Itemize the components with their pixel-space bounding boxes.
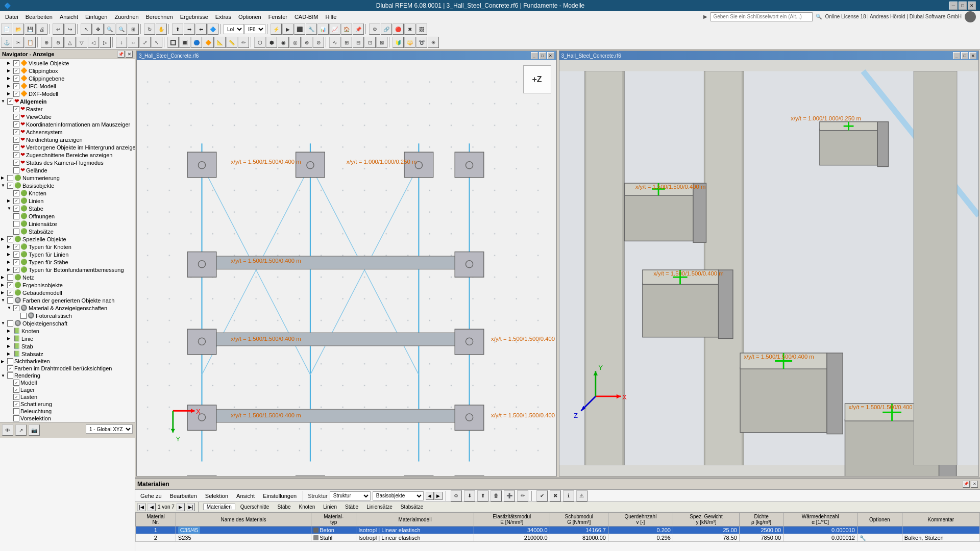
checkbox-gebaeudemodell[interactable]: [7, 290, 13, 296]
tb2-30[interactable]: ⊡: [364, 37, 376, 48]
nav-objekt-eigen[interactable]: ▼ 🔘 Objekteigenschaft: [0, 319, 135, 327]
nav-zugeschnittene[interactable]: ❤ Zugeschnittene Bereiche anzeigen: [0, 151, 135, 159]
tb2-12[interactable]: ⤢: [139, 37, 151, 48]
tb-move[interactable]: ✥: [92, 23, 104, 35]
checkbox-staebe[interactable]: [13, 206, 19, 212]
checkbox-ifc[interactable]: [13, 83, 19, 89]
menu-datei[interactable]: Datei: [2, 13, 21, 21]
viewport-3d-controls[interactable]: _ □ ✕: [953, 52, 976, 59]
table-row[interactable]: 1 C35/45 Beton Isotropl | Linear elasti: [136, 527, 980, 534]
viewport-top-canvas[interactable]: x/y/t = 1.500/1.500/0.400 m x/y/t = 1.00…: [137, 60, 556, 476]
tb-btn-e[interactable]: 📊: [317, 23, 329, 35]
bottom-menu-selektion[interactable]: Selektion: [202, 492, 231, 500]
tb-edit-btn[interactable]: ✏: [517, 490, 528, 502]
nav-obj-stabsatz[interactable]: ▶ 📗 Stabsatz: [0, 350, 135, 358]
tb-side-view[interactable]: ⬅: [195, 23, 207, 35]
lol-dropdown[interactable]: Lol: [224, 24, 244, 34]
tb-import-btn[interactable]: ⬇: [464, 490, 475, 502]
tb-print[interactable]: 🖨: [36, 23, 47, 35]
checkbox-sichtbarkeiten[interactable]: [7, 358, 13, 364]
tb-save[interactable]: 💾: [24, 23, 36, 35]
tb-fit[interactable]: ⊞: [128, 23, 139, 35]
checkbox-render-modell[interactable]: [13, 380, 19, 386]
nav-linien[interactable]: ▶ 🟢 Linien: [0, 197, 135, 205]
checkbox-typen-linien[interactable]: [13, 252, 19, 258]
tb2-10[interactable]: ↕: [116, 37, 127, 48]
next-btn[interactable]: ▶: [434, 492, 443, 500]
nav-knoten[interactable]: 🟢 Knoten: [0, 189, 135, 197]
tb-btn-c[interactable]: ⬛: [294, 23, 305, 35]
tb-btn-j[interactable]: 🔗: [381, 23, 392, 35]
tb2-22[interactable]: ⬢: [266, 37, 277, 48]
nav-obj-knoten[interactable]: ▶ 📗 Knoten: [0, 327, 135, 335]
checkbox-typen-knoten[interactable]: [13, 244, 19, 250]
nav-render-modell[interactable]: Modell: [0, 379, 135, 386]
checkbox-material[interactable]: [13, 305, 19, 311]
checkbox-stabsaetze[interactable]: [13, 229, 19, 235]
checkbox-render-lasten[interactable]: [13, 394, 19, 400]
menu-hilfe[interactable]: Hilfe: [322, 13, 339, 21]
help-search-input[interactable]: [710, 12, 813, 21]
checkbox-linien[interactable]: [13, 198, 19, 204]
bottom-menu-ansicht[interactable]: Ansicht: [233, 492, 258, 500]
checkbox-render-lager[interactable]: [13, 387, 19, 393]
tb2-15[interactable]: 🔳: [179, 37, 190, 48]
checkbox-netz[interactable]: [7, 274, 13, 281]
nav-achsensystem[interactable]: ❤ Achsensystem: [0, 128, 135, 136]
checkbox-nummerierung[interactable]: [7, 175, 13, 181]
nav-obj-stab[interactable]: ▶ 📗 Stab: [0, 342, 135, 350]
nav-farben-generierten[interactable]: ▼ 🔘 Farben der generierten Objekte nach: [0, 296, 135, 304]
checkbox-render-schattierung[interactable]: [13, 401, 19, 407]
menu-fenster[interactable]: Fenster: [265, 13, 290, 21]
nav-typen-linien[interactable]: ▶ 🟢 Typen für Linien: [0, 251, 135, 258]
bottom-pin-btn[interactable]: 📌: [963, 481, 970, 488]
checkbox-farben-gen[interactable]: [7, 297, 13, 304]
bottom-menu-einstellungen[interactable]: Einstellungen: [260, 492, 300, 500]
tb2-16[interactable]: 🔵: [191, 37, 202, 48]
checkbox-kamera[interactable]: [13, 160, 19, 166]
tb-btn-i[interactable]: ⚙: [369, 23, 380, 35]
tb-new[interactable]: 📄: [1, 23, 12, 35]
checkbox-koordinaten[interactable]: [13, 121, 19, 128]
menu-berechnen[interactable]: Berechnen: [143, 13, 176, 21]
table-row[interactable]: 2 S235 Stahl Isotropl | Linear elastisch…: [136, 534, 980, 542]
tb2-26[interactable]: ⊘: [313, 37, 324, 48]
tab-linien[interactable]: Linien: [320, 504, 340, 510]
menu-extras[interactable]: Extras: [212, 13, 234, 21]
prev-page-btn[interactable]: ◀: [148, 503, 156, 511]
checkbox-basisobjekte[interactable]: [7, 183, 13, 189]
tb2-11[interactable]: ↔: [128, 37, 139, 48]
checkbox-typen-staebe[interactable]: [13, 259, 19, 265]
tb-undo[interactable]: ↩: [53, 23, 64, 35]
tb-btn-m[interactable]: 🖼: [416, 23, 427, 35]
nav-staebe[interactable]: ▼ 🟢 Stäbe: [0, 205, 135, 212]
tb2-25[interactable]: ⊗: [301, 37, 312, 48]
tb-btn-a[interactable]: ⚡: [271, 23, 282, 35]
structure-dropdown[interactable]: Struktur: [330, 491, 371, 500]
checkbox-viewcube[interactable]: [13, 114, 19, 120]
nav-kamera[interactable]: ❤ Status des Kamera-Flugmodus: [0, 159, 135, 166]
nav-clippingbox[interactable]: ▶ 🔶 Clippingbox: [0, 67, 135, 74]
viewport3d-min-btn[interactable]: _: [953, 52, 960, 59]
tb-check-btn[interactable]: ✔: [536, 490, 548, 502]
tb2-8[interactable]: ◁: [88, 37, 99, 48]
menu-bearbeiten[interactable]: Bearbeiten: [22, 13, 56, 21]
nav-coord-dropdown[interactable]: 1 - Global XYZ: [86, 424, 133, 434]
first-page-btn[interactable]: |◀: [137, 503, 145, 511]
nav-nummerierung[interactable]: ▶ 🟢 Nummerierung: [0, 174, 135, 182]
nav-icon-camera[interactable]: 📷: [29, 424, 40, 436]
nav-clippingebene[interactable]: ▶ 🔶 Clippingebene: [0, 74, 135, 82]
nav-typen-beton[interactable]: ▶ 🟢 Typen für Betonfundamentbemessung: [0, 266, 135, 273]
tb-btn-b[interactable]: ▶: [282, 23, 293, 35]
menu-optionen[interactable]: Optionen: [235, 13, 264, 21]
tb2-4[interactable]: ⊕: [41, 37, 52, 48]
menu-ergebnisse[interactable]: Ergebnisse: [177, 13, 211, 21]
tb-open[interactable]: 📂: [13, 23, 24, 35]
basisobjekte-dropdown[interactable]: Basisobjekte: [373, 491, 424, 500]
close-button[interactable]: ✕: [968, 2, 976, 10]
nav-raster[interactable]: ❤ Raster: [0, 105, 135, 113]
tb2-5[interactable]: ⊖: [53, 37, 64, 48]
nav-oeffnungen[interactable]: 🟢 Öffnungen: [0, 212, 135, 220]
tb-btn-l[interactable]: ✖: [404, 23, 415, 35]
viewport-3d-canvas[interactable]: x/y/t = 1.000/1.000/0.250 m x/y/t = 1.50…: [559, 60, 979, 476]
